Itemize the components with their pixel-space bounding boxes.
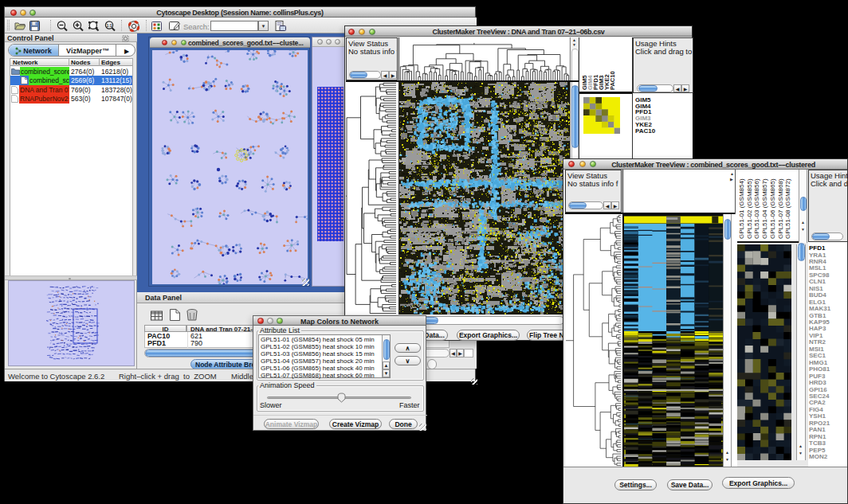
svg-text:1:1: 1:1 — [106, 23, 112, 28]
